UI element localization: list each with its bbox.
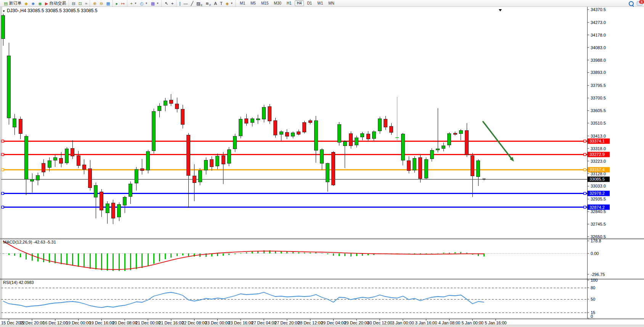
- svg-text:33223.0: 33223.0: [591, 159, 606, 164]
- button-label: 自动交易: [50, 0, 66, 6]
- fibonacci-button[interactable]: ≋F: [204, 0, 213, 7]
- svg-text:34370.5: 34370.5: [591, 7, 606, 12]
- svg-text:21 Dec 00:00: 21 Dec 00:00: [135, 321, 160, 325]
- tile-windows-icon: ▦: [106, 0, 110, 6]
- line-chart-icon: ≈: [85, 0, 87, 6]
- rsi-indicator-label: RSI(14) 42.0983: [3, 280, 34, 285]
- crosshair-button[interactable]: +: [170, 0, 175, 7]
- auto-scroll-button[interactable]: ▸: [114, 0, 120, 7]
- window-bottom-strip: [0, 325, 644, 327]
- text-button[interactable]: A: [213, 0, 218, 7]
- zoom-out-button[interactable]: ⊖: [98, 0, 104, 7]
- svg-text:33157.4: 33157.4: [589, 167, 605, 172]
- svg-text:19 Dec 16:00: 19 Dec 16:00: [89, 321, 114, 325]
- cursor-icon: ↖: [165, 0, 168, 6]
- svg-text:23 Dec 00:00: 23 Dec 00:00: [205, 321, 230, 325]
- timeframe-toolbar: M1M5M15M30H1H4D1W1MN: [235, 0, 337, 6]
- chart-window-button[interactable]: ◆: [23, 0, 29, 7]
- search-icon[interactable]: [629, 1, 634, 6]
- svg-text:32874.2: 32874.2: [589, 205, 605, 210]
- price-axis-labels: 34370.534273.034178.034083.033988.033893…: [587, 7, 606, 319]
- svg-text:33033.0: 33033.0: [591, 184, 606, 188]
- candles-layer: [2, 14, 486, 224]
- icon-sub-letter: F: [209, 4, 211, 6]
- fibonacci-icon: ≋: [206, 0, 209, 6]
- autotrading-button[interactable]: ▶自动交易: [43, 0, 67, 7]
- community-icon: ☻: [31, 0, 35, 6]
- svg-text:16 Dec 12:00: 16 Dec 12:00: [43, 321, 67, 325]
- zoom-out-icon: ⊖: [100, 0, 103, 6]
- collapse-triangle-icon[interactable]: ▼: [2, 10, 5, 13]
- timeframe-m1[interactable]: M1: [238, 0, 247, 6]
- macd-indicator-label: MACD(12,26,9) -42.63 -5.31: [3, 240, 56, 244]
- timeframe-h1[interactable]: H1: [284, 0, 294, 6]
- signals-button[interactable]: ◉: [37, 0, 43, 7]
- chevron-down-icon: ▼: [156, 2, 159, 5]
- channel-icon: ▨: [196, 0, 200, 6]
- candlestick-button[interactable]: ⊡: [77, 0, 84, 7]
- svg-text:5 Jan 00:00: 5 Jan 00:00: [461, 321, 483, 325]
- svg-text:27 Dec 04:00: 27 Dec 04:00: [251, 321, 276, 325]
- periods-button[interactable]: ◴▼: [138, 0, 149, 7]
- svg-text:33085.5: 33085.5: [589, 177, 605, 181]
- chevron-down-icon: ▼: [230, 2, 233, 5]
- new-order-button[interactable]: ▤新订单: [2, 0, 23, 7]
- indicators-button[interactable]: +▼: [129, 0, 138, 7]
- zoom-in-button[interactable]: ⊕: [92, 0, 98, 7]
- tile-windows-button[interactable]: ▦: [104, 0, 111, 7]
- toolbar-group-pointer: ↖+: [161, 0, 175, 6]
- timeframe-m5[interactable]: M5: [248, 0, 258, 6]
- timeframe-d1[interactable]: D1: [305, 0, 314, 6]
- notifications-icon[interactable]: 1: [637, 1, 642, 6]
- signals-icon: ◉: [38, 0, 42, 6]
- trendline-icon: ╱: [191, 0, 193, 6]
- toolbar-group-chart-type: ⊟⊡≈: [69, 0, 89, 6]
- timeframe-m15[interactable]: M15: [259, 0, 271, 6]
- svg-text:80: 80: [591, 285, 595, 290]
- horizontal-line-button[interactable]: —: [182, 0, 189, 7]
- toolbar-group-scroll: ▸↦: [112, 0, 126, 6]
- svg-text:33700.5: 33700.5: [591, 96, 606, 100]
- text-icon: A: [214, 0, 217, 6]
- timeframe-w1[interactable]: W1: [315, 0, 325, 6]
- svg-text:33318.0: 33318.0: [591, 146, 606, 151]
- svg-text:34083.0: 34083.0: [591, 45, 606, 50]
- bar-chart-button[interactable]: ⊟: [71, 0, 77, 7]
- svg-text:100: 100: [591, 278, 597, 282]
- svg-text:23 Dec 16:00: 23 Dec 16:00: [228, 321, 253, 325]
- svg-text:22 Dec 08:00: 22 Dec 08:00: [182, 321, 207, 325]
- channel-button[interactable]: ▨E: [195, 0, 204, 7]
- trendline-button[interactable]: ╱: [189, 0, 195, 7]
- bar-chart-icon: ⊟: [72, 0, 75, 6]
- svg-text:32840.5: 32840.5: [591, 209, 606, 214]
- vertical-line-button[interactable]: |: [178, 0, 182, 7]
- line-chart-button[interactable]: ≈: [84, 0, 89, 7]
- autotrading-icon: ▶: [45, 0, 48, 6]
- svg-text:33510.5: 33510.5: [591, 121, 606, 125]
- svg-text:33413.0: 33413.0: [591, 134, 606, 138]
- chart-canvas[interactable]: 34370.534273.034178.034083.033988.033893…: [0, 7, 644, 325]
- cursor-button[interactable]: ↖: [163, 0, 170, 7]
- svg-text:3 Jan 00:00: 3 Jan 00:00: [392, 321, 414, 325]
- community-button[interactable]: ☻: [29, 0, 37, 7]
- chart-shift-marker-icon: [499, 9, 502, 11]
- horizontal-line-icon: —: [183, 0, 188, 6]
- svg-text:50: 50: [591, 297, 595, 301]
- svg-text:27 Dec 20:00: 27 Dec 20:00: [275, 321, 299, 325]
- button-label: 新订单: [9, 0, 21, 6]
- vertical-line-icon: |: [180, 0, 181, 6]
- chart-shift-button[interactable]: ↦: [119, 0, 126, 7]
- macd-pane: [0, 241, 587, 271]
- timeframe-mn[interactable]: MN: [326, 0, 337, 6]
- svg-text:33605.5: 33605.5: [591, 108, 606, 113]
- timeframe-m30[interactable]: M30: [271, 0, 283, 6]
- svg-text:32935.5: 32935.5: [591, 197, 606, 201]
- rsi-pane: [1, 288, 587, 313]
- svg-text:29 Dec 20:00: 29 Dec 20:00: [344, 321, 369, 325]
- arrows-button[interactable]: ◈▼: [224, 0, 234, 7]
- templates-button[interactable]: ▩▼: [149, 0, 161, 7]
- svg-text:33374.1: 33374.1: [589, 139, 605, 143]
- text-label-button[interactable]: T: [218, 0, 224, 7]
- toolbar-groups: ▤新订单◆☻◉▶自动交易⊟⊡≈⊕⊖▦▸↦+▼◴▼▩▼↖+|—╱▨E≋FAT◈▼: [1, 0, 235, 6]
- timeframe-h4[interactable]: H4: [295, 0, 304, 6]
